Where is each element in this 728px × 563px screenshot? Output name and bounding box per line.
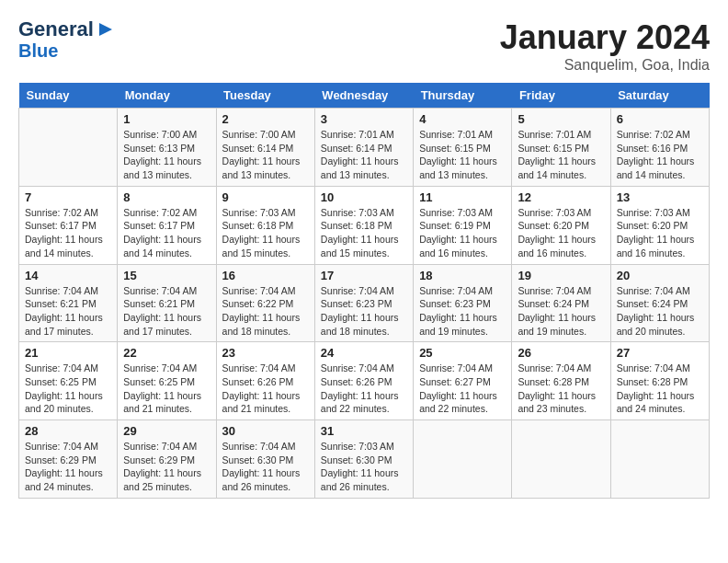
calendar-cell: 25Sunrise: 7:04 AM Sunset: 6:27 PM Dayli…: [414, 342, 512, 420]
day-number: 26: [518, 346, 604, 360]
calendar-cell: 27Sunrise: 7:04 AM Sunset: 6:28 PM Dayli…: [610, 342, 709, 420]
day-header-tuesday: Tuesday: [216, 83, 314, 109]
day-number: 31: [321, 424, 407, 438]
calendar-cell: [512, 420, 610, 499]
day-number: 7: [25, 190, 111, 204]
day-info: Sunrise: 7:01 AM Sunset: 6:15 PM Dayligh…: [419, 128, 506, 182]
calendar-cell: 21Sunrise: 7:04 AM Sunset: 6:25 PM Dayli…: [19, 342, 118, 420]
logo-general: General: [18, 18, 94, 40]
day-info: Sunrise: 7:04 AM Sunset: 6:28 PM Dayligh…: [518, 362, 604, 416]
day-info: Sunrise: 7:04 AM Sunset: 6:21 PM Dayligh…: [25, 284, 111, 339]
day-number: 24: [321, 346, 407, 360]
day-number: 25: [419, 346, 506, 360]
day-number: 27: [617, 346, 703, 360]
day-info: Sunrise: 7:03 AM Sunset: 6:19 PM Dayligh…: [419, 206, 506, 260]
calendar-cell: 22Sunrise: 7:04 AM Sunset: 6:25 PM Dayli…: [118, 342, 216, 420]
day-info: Sunrise: 7:04 AM Sunset: 6:28 PM Dayligh…: [617, 362, 703, 416]
calendar-week-row: 7Sunrise: 7:02 AM Sunset: 6:17 PM Daylig…: [19, 186, 710, 264]
day-info: Sunrise: 7:03 AM Sunset: 6:30 PM Dayligh…: [321, 440, 407, 494]
day-info: Sunrise: 7:04 AM Sunset: 6:24 PM Dayligh…: [617, 284, 703, 339]
day-number: 23: [222, 346, 309, 360]
day-info: Sunrise: 7:04 AM Sunset: 6:25 PM Dayligh…: [25, 362, 111, 416]
calendar-week-row: 14Sunrise: 7:04 AM Sunset: 6:21 PM Dayli…: [19, 264, 710, 342]
calendar-cell: 3Sunrise: 7:01 AM Sunset: 6:14 PM Daylig…: [314, 109, 413, 187]
calendar-cell: 7Sunrise: 7:02 AM Sunset: 6:17 PM Daylig…: [19, 186, 118, 264]
day-number: 3: [321, 112, 407, 126]
calendar-cell: 12Sunrise: 7:03 AM Sunset: 6:20 PM Dayli…: [512, 186, 610, 264]
svg-marker-0: [99, 23, 112, 36]
calendar-cell: 10Sunrise: 7:03 AM Sunset: 6:18 PM Dayli…: [314, 186, 413, 264]
calendar-cell: 24Sunrise: 7:04 AM Sunset: 6:26 PM Dayli…: [314, 342, 413, 420]
day-number: 14: [25, 269, 111, 282]
day-info: Sunrise: 7:04 AM Sunset: 6:21 PM Dayligh…: [123, 284, 210, 339]
calendar-cell: 13Sunrise: 7:03 AM Sunset: 6:20 PM Dayli…: [610, 186, 709, 264]
day-info: Sunrise: 7:00 AM Sunset: 6:13 PM Dayligh…: [123, 128, 210, 182]
calendar-cell: 1Sunrise: 7:00 AM Sunset: 6:13 PM Daylig…: [118, 109, 216, 187]
calendar-cell: [610, 420, 709, 499]
day-number: 28: [25, 424, 111, 438]
calendar-cell: 9Sunrise: 7:03 AM Sunset: 6:18 PM Daylig…: [216, 186, 314, 264]
calendar-week-row: 1Sunrise: 7:00 AM Sunset: 6:13 PM Daylig…: [19, 109, 710, 187]
calendar-cell: 15Sunrise: 7:04 AM Sunset: 6:21 PM Dayli…: [118, 264, 216, 342]
location: Sanquelim, Goa, India: [500, 57, 710, 74]
day-number: 16: [222, 269, 309, 282]
calendar-cell: 5Sunrise: 7:01 AM Sunset: 6:15 PM Daylig…: [512, 109, 610, 187]
day-number: 21: [25, 346, 111, 360]
day-number: 15: [123, 269, 210, 282]
day-info: Sunrise: 7:03 AM Sunset: 6:18 PM Dayligh…: [222, 206, 309, 260]
day-header-monday: Monday: [118, 83, 216, 109]
day-info: Sunrise: 7:02 AM Sunset: 6:16 PM Dayligh…: [617, 128, 703, 182]
calendar-cell: 31Sunrise: 7:03 AM Sunset: 6:30 PM Dayli…: [314, 420, 413, 499]
day-header-friday: Friday: [512, 83, 610, 109]
calendar-cell: 19Sunrise: 7:04 AM Sunset: 6:24 PM Dayli…: [512, 264, 610, 342]
day-header-wednesday: Wednesday: [314, 83, 413, 109]
day-info: Sunrise: 7:04 AM Sunset: 6:27 PM Dayligh…: [419, 362, 506, 416]
day-number: 6: [617, 112, 703, 126]
calendar-cell: [19, 109, 118, 187]
day-info: Sunrise: 7:04 AM Sunset: 6:26 PM Dayligh…: [321, 362, 407, 416]
calendar-cell: 6Sunrise: 7:02 AM Sunset: 6:16 PM Daylig…: [610, 109, 709, 187]
calendar-cell: [414, 420, 512, 499]
day-number: 10: [321, 190, 407, 204]
day-info: Sunrise: 7:04 AM Sunset: 6:26 PM Dayligh…: [222, 362, 309, 416]
month-title: January 2024: [500, 18, 710, 57]
calendar-cell: 28Sunrise: 7:04 AM Sunset: 6:29 PM Dayli…: [19, 420, 118, 499]
logo-arrow-icon: [96, 19, 116, 40]
day-number: 13: [617, 190, 703, 204]
calendar-cell: 23Sunrise: 7:04 AM Sunset: 6:26 PM Dayli…: [216, 342, 314, 420]
calendar-cell: 14Sunrise: 7:04 AM Sunset: 6:21 PM Dayli…: [19, 264, 118, 342]
day-info: Sunrise: 7:02 AM Sunset: 6:17 PM Dayligh…: [25, 206, 111, 260]
calendar-cell: 17Sunrise: 7:04 AM Sunset: 6:23 PM Dayli…: [314, 264, 413, 342]
day-number: 4: [419, 112, 506, 126]
calendar-cell: 30Sunrise: 7:04 AM Sunset: 6:30 PM Dayli…: [216, 420, 314, 499]
day-number: 5: [518, 112, 604, 126]
calendar-cell: 8Sunrise: 7:02 AM Sunset: 6:17 PM Daylig…: [118, 186, 216, 264]
day-info: Sunrise: 7:03 AM Sunset: 6:20 PM Dayligh…: [617, 206, 703, 260]
day-number: 19: [518, 269, 604, 282]
calendar-cell: 29Sunrise: 7:04 AM Sunset: 6:29 PM Dayli…: [118, 420, 216, 499]
day-info: Sunrise: 7:00 AM Sunset: 6:14 PM Dayligh…: [222, 128, 309, 182]
calendar-cell: 16Sunrise: 7:04 AM Sunset: 6:22 PM Dayli…: [216, 264, 314, 342]
day-info: Sunrise: 7:04 AM Sunset: 6:29 PM Dayligh…: [25, 440, 111, 494]
day-info: Sunrise: 7:03 AM Sunset: 6:18 PM Dayligh…: [321, 206, 407, 260]
day-info: Sunrise: 7:02 AM Sunset: 6:17 PM Dayligh…: [123, 206, 210, 260]
title-section: January 2024 Sanquelim, Goa, India: [500, 18, 710, 74]
calendar-cell: 2Sunrise: 7:00 AM Sunset: 6:14 PM Daylig…: [216, 109, 314, 187]
day-info: Sunrise: 7:04 AM Sunset: 6:23 PM Dayligh…: [419, 284, 506, 339]
day-number: 17: [321, 269, 407, 282]
day-header-sunday: Sunday: [19, 83, 118, 109]
calendar-cell: 11Sunrise: 7:03 AM Sunset: 6:19 PM Dayli…: [414, 186, 512, 264]
day-info: Sunrise: 7:01 AM Sunset: 6:14 PM Dayligh…: [321, 128, 407, 182]
day-info: Sunrise: 7:04 AM Sunset: 6:23 PM Dayligh…: [321, 284, 407, 339]
day-number: 18: [419, 269, 506, 282]
day-number: 20: [617, 269, 703, 282]
calendar-cell: 20Sunrise: 7:04 AM Sunset: 6:24 PM Dayli…: [610, 264, 709, 342]
day-number: 2: [222, 112, 309, 126]
day-info: Sunrise: 7:04 AM Sunset: 6:24 PM Dayligh…: [518, 284, 604, 339]
calendar-cell: 26Sunrise: 7:04 AM Sunset: 6:28 PM Dayli…: [512, 342, 610, 420]
day-info: Sunrise: 7:04 AM Sunset: 6:22 PM Dayligh…: [222, 284, 309, 339]
calendar-header-row: SundayMondayTuesdayWednesdayThursdayFrid…: [19, 83, 710, 109]
day-number: 12: [518, 190, 604, 204]
day-number: 1: [123, 112, 210, 126]
day-info: Sunrise: 7:04 AM Sunset: 6:25 PM Dayligh…: [123, 362, 210, 416]
